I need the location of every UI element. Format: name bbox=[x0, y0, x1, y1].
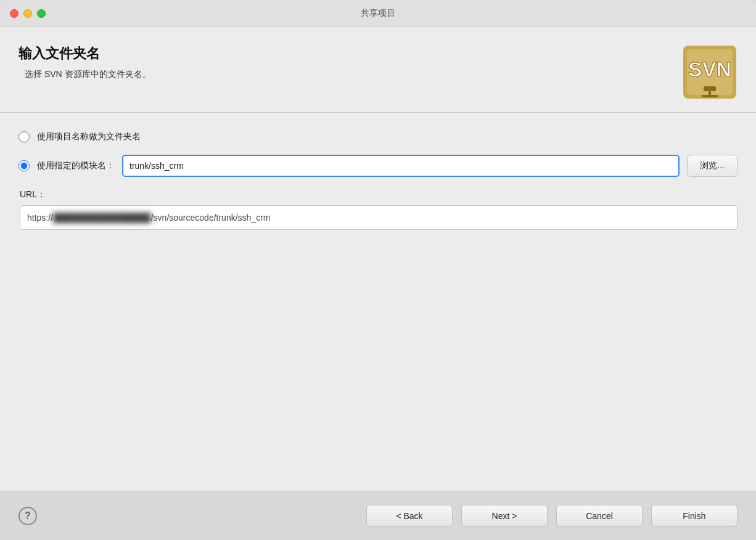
browse-button[interactable]: 浏览... bbox=[687, 155, 738, 177]
help-icon-label: ? bbox=[25, 510, 31, 522]
back-button[interactable]: < Back bbox=[366, 505, 453, 527]
radio-use-project-name[interactable] bbox=[18, 131, 30, 142]
radio-row-1: 使用项目名称做为文件夹名 bbox=[18, 131, 738, 142]
footer-left: ? bbox=[18, 507, 37, 525]
window-title: 共享项目 bbox=[361, 8, 395, 19]
content-area: 输入文件夹名 选择 SVN 资源库中的文件夹名。 SVN bbox=[0, 27, 756, 540]
url-section: URL： https:// ████████████████ /svn/sour… bbox=[20, 189, 738, 230]
svg-rect-3 bbox=[704, 86, 716, 91]
module-name-input[interactable] bbox=[122, 155, 680, 177]
svn-logo: SVN bbox=[682, 44, 738, 100]
form-area: 使用项目名称做为文件夹名 使用指定的模块名： 浏览... URL： https:… bbox=[0, 113, 756, 491]
finish-button[interactable]: Finish bbox=[651, 505, 738, 527]
radio-label-2: 使用指定的模块名： bbox=[37, 160, 115, 171]
maximize-button[interactable] bbox=[37, 9, 46, 18]
svg-rect-5 bbox=[702, 95, 718, 97]
header-text: 输入文件夹名 选择 SVN 资源库中的文件夹名。 bbox=[18, 44, 151, 80]
window: 共享项目 输入文件夹名 选择 SVN 资源库中的文件夹名。 SVN bbox=[0, 0, 756, 540]
traffic-lights bbox=[10, 9, 46, 18]
radio-label-1: 使用项目名称做为文件夹名 bbox=[37, 131, 141, 142]
page-subtitle: 选择 SVN 资源库中的文件夹名。 bbox=[25, 69, 151, 80]
page-title: 输入文件夹名 bbox=[18, 44, 151, 63]
close-button[interactable] bbox=[10, 9, 18, 18]
svg-text:SVN: SVN bbox=[688, 57, 731, 81]
header-section: 输入文件夹名 选择 SVN 资源库中的文件夹名。 SVN bbox=[0, 27, 756, 113]
url-input[interactable] bbox=[20, 205, 738, 230]
footer: ? < Back Next > Cancel Finish bbox=[0, 491, 756, 540]
url-label: URL： bbox=[20, 189, 738, 200]
radio-row-2: 使用指定的模块名： 浏览... bbox=[18, 155, 738, 177]
cancel-button[interactable]: Cancel bbox=[556, 505, 643, 527]
minimize-button[interactable] bbox=[23, 9, 32, 18]
help-button[interactable]: ? bbox=[18, 507, 37, 525]
next-button[interactable]: Next > bbox=[461, 505, 548, 527]
titlebar: 共享项目 bbox=[0, 0, 756, 27]
radio-use-module-name[interactable] bbox=[18, 160, 30, 171]
url-input-wrapper: https:// ████████████████ /svn/sourcecod… bbox=[20, 205, 738, 230]
footer-buttons: < Back Next > Cancel Finish bbox=[366, 505, 738, 527]
